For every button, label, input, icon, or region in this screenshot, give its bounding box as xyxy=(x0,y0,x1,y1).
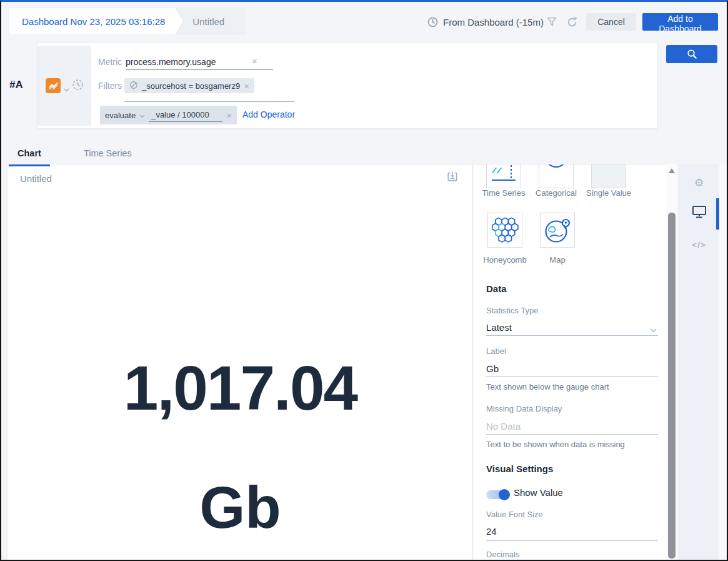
refresh-icon[interactable] xyxy=(566,16,578,28)
missing-data-label: Missing Data Display xyxy=(486,404,562,413)
label-underline xyxy=(486,377,658,377)
filters-underline xyxy=(124,101,294,102)
remove-filter-icon[interactable]: × xyxy=(244,81,249,91)
clock-icon xyxy=(427,17,438,28)
rail-settings-gears[interactable]: ⚙ xyxy=(679,176,719,190)
missing-data-input[interactable]: No Data xyxy=(486,421,521,432)
font-size-input[interactable]: 24 xyxy=(486,526,497,537)
chart-type-label-map: Map xyxy=(532,255,582,265)
chart-type-honeycomb[interactable] xyxy=(487,213,522,248)
no-entry-icon[interactable] xyxy=(129,81,138,91)
cancel-button[interactable]: Cancel xyxy=(586,13,636,31)
operator-chip: evaluate _value / 100000 × xyxy=(100,106,237,124)
view-tabs: Chart Time Series xyxy=(9,143,141,166)
chart-type-label-categorical: Categorical xyxy=(531,188,581,198)
label-help-text: Text shown below the gauge chart xyxy=(486,382,609,392)
query-card: Metric process.memory.usage × Filters _s… xyxy=(37,43,657,129)
metric-input[interactable]: process.memory.usage xyxy=(126,57,216,67)
gear-icon: ⚙ xyxy=(694,176,704,190)
filter-funnel-icon[interactable] xyxy=(547,17,557,26)
tab-time-series[interactable]: Time Series xyxy=(75,143,141,166)
metric-underline xyxy=(126,69,273,70)
search-icon xyxy=(687,49,697,59)
untitled-tab-label: Untitled xyxy=(192,16,224,27)
time-range-label[interactable]: From Dashboard (-15m) xyxy=(443,17,544,28)
chart-panel-title: Untitled xyxy=(20,173,52,184)
tab-chart[interactable]: Chart xyxy=(9,143,50,166)
font-size-underline xyxy=(486,540,658,541)
filter-chip-text: _sourcehost = bosgamerz9 xyxy=(142,81,240,91)
chart-type-label-single-value: Single Value xyxy=(577,188,640,198)
schedule-clock-icon[interactable] xyxy=(72,79,84,93)
breadcrumb: Dashboard Nov 23, 2025 03:16:28 Untitled xyxy=(9,8,246,35)
scrollbar-thumb[interactable] xyxy=(668,213,676,558)
rail-display-settings[interactable] xyxy=(679,205,719,219)
decimals-label: Decimals xyxy=(486,550,519,559)
filters-label: Filters xyxy=(98,81,122,91)
font-size-label: Value Font Size xyxy=(486,510,543,519)
operator-select[interactable]: evaluate xyxy=(105,111,136,120)
untitled-tab[interactable]: Untitled xyxy=(175,8,246,35)
chevron-down-icon[interactable] xyxy=(64,83,69,88)
settings-panel: 123 Time Series Categorical Single Value xyxy=(474,164,666,560)
clear-metric-icon[interactable]: × xyxy=(252,56,257,66)
statistics-chevron-icon[interactable] xyxy=(650,324,657,335)
label-field-label: Label xyxy=(486,346,506,356)
right-gutter xyxy=(719,164,727,560)
missing-underline xyxy=(486,434,658,435)
show-value-toggle[interactable] xyxy=(486,490,509,499)
single-value-unit: Gb xyxy=(8,474,472,542)
honeycomb-icon xyxy=(490,217,520,243)
map-icon xyxy=(543,216,572,245)
operator-chevron-icon[interactable] xyxy=(139,111,145,120)
right-icon-rail: ⚙ </> xyxy=(679,164,719,560)
breadcrumb-arrow xyxy=(175,8,183,35)
dashboard-tab[interactable]: Dashboard Nov 23, 2025 03:16:28 xyxy=(9,8,175,35)
remove-operator-icon[interactable]: × xyxy=(226,111,232,120)
query-row-id: #A xyxy=(9,79,23,91)
active-rail-indicator xyxy=(716,198,719,230)
time-series-icon xyxy=(487,164,521,188)
settings-scrollbar[interactable] xyxy=(666,164,677,560)
rail-query-code[interactable]: </> xyxy=(679,240,719,250)
statistics-type-label: Statistics Type xyxy=(486,306,539,315)
statistics-type-select[interactable]: Latest xyxy=(486,322,512,333)
metric-label: Metric xyxy=(98,57,122,67)
code-icon: </> xyxy=(692,240,706,250)
toggle-knob xyxy=(499,489,510,500)
data-section-heading: Data xyxy=(486,283,507,294)
chart-type-label-time-series: Time Series xyxy=(479,188,529,198)
chart-type-single-value[interactable]: 123 xyxy=(591,164,626,188)
categorical-icon xyxy=(545,164,567,168)
chart-type-time-series[interactable] xyxy=(486,164,521,188)
chart-type-map[interactable] xyxy=(540,213,575,248)
dashboard-tab-label: Dashboard Nov 23, 2025 03:16:28 xyxy=(22,16,165,27)
operator-expression-input[interactable]: _value / 100000 xyxy=(149,108,222,122)
label-input[interactable]: Gb xyxy=(486,363,499,374)
monitor-icon xyxy=(692,205,707,219)
topbar-controls: From Dashboard (-15m) Cancel Add to Dash… xyxy=(427,13,728,31)
export-download-icon[interactable] xyxy=(446,171,459,186)
metrics-editor-window: Dashboard Nov 23, 2025 03:16:28 Untitled… xyxy=(0,0,728,561)
metrics-query-icon xyxy=(46,78,61,93)
filter-chip[interactable]: _sourcehost = bosgamerz9 × xyxy=(124,78,254,93)
add-to-dashboard-button[interactable]: Add to Dashboard xyxy=(642,13,718,31)
show-value-label: Show Value xyxy=(514,487,563,498)
chart-type-categorical[interactable] xyxy=(539,164,574,188)
scroll-up-arrow-icon[interactable] xyxy=(669,168,675,173)
add-operator-link[interactable]: Add Operator xyxy=(242,109,295,119)
single-value-display: 1,017.04 xyxy=(8,352,472,424)
visual-settings-heading: Visual Settings xyxy=(486,463,553,474)
run-search-button[interactable] xyxy=(666,45,717,63)
statistics-underline xyxy=(486,335,658,336)
chart-panel: Untitled 1,017.04 Gb xyxy=(8,164,473,560)
chart-type-label-honeycomb: Honeycomb xyxy=(480,255,530,265)
missing-help-text: Text to be shown when data is missing xyxy=(486,440,625,449)
query-type-box[interactable] xyxy=(38,46,91,126)
